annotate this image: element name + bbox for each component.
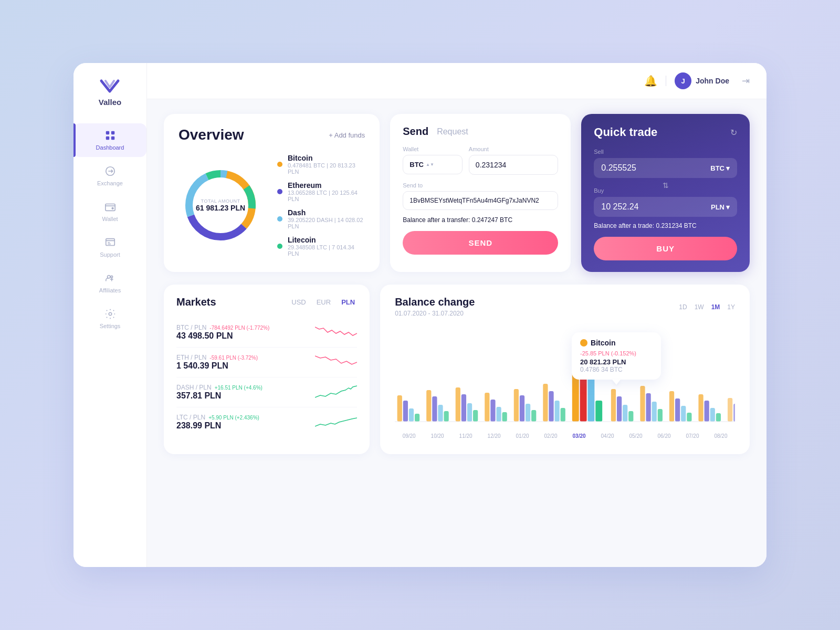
sidebar-item-dashboard[interactable]: Dashboard bbox=[74, 123, 146, 157]
btc-info: Bitcoin 0.478481 BTC | 20 813.23 PLN bbox=[288, 154, 365, 175]
selector-arrows: ▲▼ bbox=[426, 162, 434, 167]
dash-change: +16.51 PLN (+4.6%) bbox=[215, 385, 262, 391]
avatar: J bbox=[675, 72, 691, 89]
logout-icon[interactable]: ⇥ bbox=[742, 75, 750, 87]
sell-label: Sell bbox=[594, 149, 737, 155]
wallet-input[interactable]: BTC ▲▼ bbox=[403, 155, 463, 174]
amount-input-container[interactable] bbox=[469, 155, 558, 175]
label-0520: 05/20 bbox=[629, 433, 643, 439]
svg-rect-21 bbox=[456, 387, 460, 422]
donut-center: TOTAL AMOUNT 61 981.23 PLN bbox=[196, 198, 245, 212]
svg-rect-55 bbox=[710, 408, 715, 422]
currency-tab-eur[interactable]: EUR bbox=[314, 297, 333, 307]
content-area: Overview + Add funds bbox=[147, 99, 766, 567]
coin-list: Bitcoin 0.478481 BTC | 20 813.23 PLN Eth… bbox=[277, 154, 365, 257]
eth-price: 1 540.39 PLN bbox=[176, 361, 258, 371]
refresh-icon[interactable]: ↻ bbox=[730, 128, 737, 138]
svg-rect-48 bbox=[658, 409, 663, 422]
svg-rect-49 bbox=[669, 391, 674, 422]
logo: Valleo bbox=[99, 78, 121, 107]
overview-title: Overview bbox=[178, 127, 244, 143]
app-container: Valleo Dashboard Exchange bbox=[74, 63, 766, 567]
balance-change-card: Balance change 01.07.2020 - 31.07.2020 1… bbox=[380, 285, 750, 454]
svg-rect-52 bbox=[687, 413, 691, 422]
dash-info: Dash 39.205220 DASH | 14 028.02 PLN bbox=[288, 208, 365, 229]
svg-rect-17 bbox=[426, 390, 431, 422]
svg-rect-2 bbox=[106, 136, 109, 140]
market-item-btc: BTC / PLN -784.6492 PLN (-1.772%) 43 498… bbox=[176, 318, 357, 348]
chart-labels: 09/20 10/20 11/20 12/20 01/20 02/20 03/2… bbox=[395, 433, 735, 439]
send-button[interactable]: SEND bbox=[403, 231, 558, 255]
ltc-sub: 29.348508 LTC | 7 014.34 PLN bbox=[288, 244, 365, 257]
donut-chart: TOTAL AMOUNT 61 981.23 PLN bbox=[178, 163, 262, 247]
send-tabs: Send Request bbox=[403, 125, 558, 138]
sell-input-row[interactable]: BTC ▾ bbox=[594, 158, 737, 178]
time-tab-1d[interactable]: 1D bbox=[679, 303, 687, 311]
add-funds-button[interactable]: + Add funds bbox=[329, 131, 365, 139]
balance-date: 01.07.2020 - 31.07.2020 bbox=[395, 310, 464, 317]
sell-input[interactable] bbox=[601, 163, 706, 173]
tooltip-pln: 20 821.23 PLN bbox=[580, 358, 653, 366]
currency-tabs: USD EUR PLN bbox=[289, 297, 357, 307]
sidebar-item-affiliates[interactable]: Affiliates bbox=[74, 266, 146, 300]
ltc-name: Litecoin bbox=[288, 236, 365, 244]
svg-rect-35 bbox=[555, 401, 560, 422]
eth-sub: 13.065288 LTC | 20 125.64 PLN bbox=[288, 190, 365, 202]
tab-send[interactable]: Send bbox=[403, 125, 428, 138]
wallet-icon bbox=[104, 201, 116, 213]
svg-rect-28 bbox=[502, 412, 507, 422]
buy-input-row[interactable]: PLN ▾ bbox=[594, 197, 737, 217]
sidebar-item-settings[interactable]: Settings bbox=[74, 302, 146, 335]
balance-chart-area: Bitcoin -25.85 PLN (-0.152%) 20 821.23 P… bbox=[395, 327, 735, 443]
btc-selector[interactable]: BTC ▲▼ bbox=[410, 161, 434, 169]
markets-card: Markets USD EUR PLN BTC / PLN -784.6492 bbox=[164, 285, 370, 454]
time-tab-1m[interactable]: 1M bbox=[711, 303, 720, 311]
svg-rect-44 bbox=[628, 411, 633, 422]
svg-rect-1 bbox=[111, 131, 114, 134]
svg-rect-50 bbox=[675, 398, 680, 422]
coin-item-dash: Dash 39.205220 DASH | 14 028.02 PLN bbox=[277, 208, 365, 229]
sidebar-item-support[interactable]: Support bbox=[74, 230, 146, 264]
eth-name: Ethereum bbox=[288, 181, 365, 190]
send-to-input[interactable]: 1BvBMSEYstWetqTFn5Au4m4GFg7xJaNVN2 bbox=[403, 191, 558, 210]
ltc-info: Litecoin 29.348508 LTC | 7 014.34 PLN bbox=[288, 236, 365, 257]
btc-dot bbox=[277, 162, 282, 167]
quick-trade-card: Quick trade ↻ Sell BTC ▾ ⇅ Buy bbox=[581, 114, 750, 272]
ltc-sparkline bbox=[315, 413, 357, 432]
qt-title: Quick trade bbox=[594, 125, 657, 139]
notification-bell-icon[interactable]: 🔔 bbox=[644, 75, 657, 87]
buy-chevron-icon: ▾ bbox=[726, 203, 730, 211]
svg-rect-45 bbox=[640, 386, 645, 422]
time-tab-1y[interactable]: 1Y bbox=[727, 303, 735, 311]
eth-sparkline bbox=[315, 353, 357, 372]
buy-currency[interactable]: PLN ▾ bbox=[711, 203, 730, 211]
dashboard-label: Dashboard bbox=[96, 144, 124, 151]
svg-rect-36 bbox=[561, 408, 565, 422]
support-icon bbox=[104, 237, 116, 248]
sell-currency[interactable]: BTC ▾ bbox=[710, 164, 730, 172]
label-0120: 01/20 bbox=[516, 433, 529, 439]
logo-text: Valleo bbox=[99, 98, 121, 107]
buy-button[interactable]: BUY bbox=[594, 237, 737, 260]
overview-body: TOTAL AMOUNT 61 981.23 PLN Bitcoin 0.478… bbox=[178, 154, 365, 257]
label-0320: 03/20 bbox=[573, 433, 586, 439]
active-indicator bbox=[74, 123, 76, 157]
header-divider bbox=[666, 76, 666, 86]
amount-input[interactable] bbox=[476, 161, 551, 169]
tab-request[interactable]: Request bbox=[437, 127, 468, 136]
svg-rect-54 bbox=[705, 401, 709, 422]
buy-input[interactable] bbox=[601, 202, 707, 212]
currency-tab-pln[interactable]: PLN bbox=[339, 297, 357, 307]
sell-chevron-icon: ▾ bbox=[726, 164, 730, 172]
currency-tab-usd[interactable]: USD bbox=[289, 297, 308, 307]
ltc-dot bbox=[277, 244, 282, 249]
label-0720: 07/20 bbox=[686, 433, 699, 439]
sidebar: Valleo Dashboard Exchange bbox=[74, 63, 147, 567]
sidebar-item-exchange[interactable]: Exchange bbox=[74, 159, 146, 193]
svg-point-8 bbox=[109, 312, 112, 316]
tooltip-btc: 0.4786 34 BTC bbox=[580, 366, 653, 373]
user-profile[interactable]: J John Doe bbox=[675, 72, 729, 89]
sidebar-item-wallet[interactable]: Wallet bbox=[74, 195, 146, 228]
time-tab-1w[interactable]: 1W bbox=[695, 303, 704, 311]
svg-rect-41 bbox=[611, 389, 616, 422]
